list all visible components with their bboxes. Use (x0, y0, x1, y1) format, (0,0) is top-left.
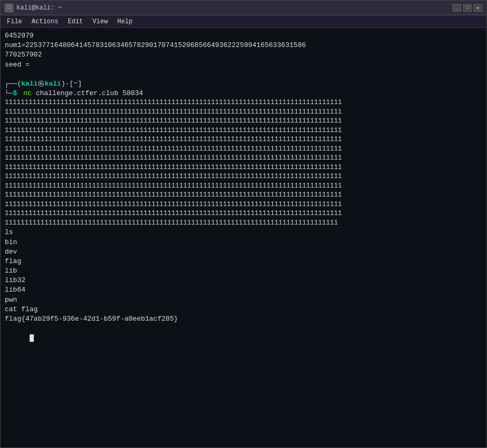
prompt-dollar: $ (13, 89, 17, 98)
binary-line-9: 1111111111111111111111111111111111111111… (5, 182, 482, 191)
binary-line-0: 1111111111111111111111111111111111111111… (5, 98, 482, 108)
prompt-dir: ~ (73, 79, 78, 89)
terminal-window: □ kali@kali: ~ _ □ ✕ File Actions Edit V… (0, 0, 487, 448)
prompt-line-2: └─$ nc challenge.ctfer.club 58034 (5, 89, 482, 98)
flag-output: flag{47ab29f5-936e-42d1-b59f-a0eeb1acf28… (5, 314, 482, 324)
prompt-leg: └─ (5, 89, 13, 98)
prompt-close-bracket: )-[ (61, 79, 73, 89)
ls-lib: lib (5, 266, 482, 276)
prev-line-3: 770257902 (5, 50, 482, 60)
prompt-dir-close: ] (78, 79, 82, 89)
binary-line-6: 1111111111111111111111111111111111111111… (5, 154, 482, 163)
prev-line-4: seed = (5, 60, 482, 70)
prev-line-2: num1=22537716480641457831063465782901707… (5, 41, 482, 50)
cmd-nc: nc (23, 89, 32, 98)
ls-flag: flag (5, 257, 482, 266)
binary-line-12: 1111111111111111111111111111111111111111… (5, 209, 482, 219)
binary-line-10: 1111111111111111111111111111111111111111… (5, 191, 482, 200)
prompt-user: kali (21, 79, 38, 89)
close-button[interactable]: ✕ (474, 4, 482, 12)
menu-file[interactable]: File (3, 17, 26, 26)
terminal-body[interactable]: 0452979 num1=225377164806414578310634657… (1, 28, 486, 447)
minimize-button[interactable]: _ (453, 4, 461, 12)
window-icon: □ (5, 4, 13, 12)
binary-line-13: 1111111111111111111111111111111111111111… (5, 219, 482, 228)
ls-bin: bin (5, 238, 482, 247)
ls-lib32: lib32 (5, 276, 482, 285)
binary-line-5: 1111111111111111111111111111111111111111… (5, 145, 482, 154)
prompt-line-1: ┌──(kali㉿kali)-[~] (5, 79, 482, 89)
window-controls: _ □ ✕ (453, 4, 482, 12)
binary-line-4: 1111111111111111111111111111111111111111… (5, 135, 482, 145)
prev-line-1: 0452979 (5, 31, 482, 41)
ls-lib64: lib64 (5, 285, 482, 295)
binary-line-2: 1111111111111111111111111111111111111111… (5, 117, 482, 126)
binary-line-8: 1111111111111111111111111111111111111111… (5, 172, 482, 182)
title-bar: □ kali@kali: ~ _ □ ✕ (1, 1, 486, 15)
prompt-host: kali (44, 79, 61, 89)
menu-help[interactable]: Help (113, 17, 137, 26)
menu-view[interactable]: View (88, 17, 112, 26)
ls-cmd: ls (5, 228, 482, 237)
prompt-glyph: ㉿ (38, 79, 44, 89)
binary-line-1: 1111111111111111111111111111111111111111… (5, 108, 482, 117)
cursor-line (5, 324, 482, 353)
cmd-args: challenge.ctfer.club 58034 (36, 89, 143, 98)
menu-actions[interactable]: Actions (27, 17, 62, 26)
binary-line-11: 1111111111111111111111111111111111111111… (5, 200, 482, 210)
terminal-cursor (30, 334, 34, 342)
window-title: kali@kali: ~ (16, 4, 62, 12)
prompt-open-bracket: ┌──( (5, 79, 21, 89)
ls-dev: dev (5, 247, 482, 257)
menu-edit[interactable]: Edit (63, 17, 87, 26)
binary-line-3: 1111111111111111111111111111111111111111… (5, 126, 482, 136)
ls-pwn: pwn (5, 295, 482, 305)
cat-cmd: cat flag (5, 305, 482, 314)
title-bar-left: □ kali@kali: ~ (5, 4, 62, 12)
binary-line-7: 1111111111111111111111111111111111111111… (5, 163, 482, 173)
menubar: File Actions Edit View Help (1, 15, 486, 28)
blank-line (5, 70, 482, 79)
maximize-button[interactable]: □ (463, 4, 472, 12)
